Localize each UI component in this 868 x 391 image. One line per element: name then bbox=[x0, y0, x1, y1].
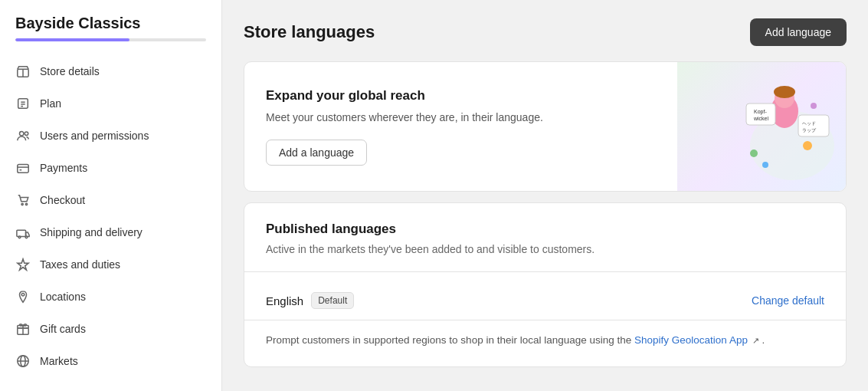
default-badge: Default bbox=[311, 292, 354, 309]
expand-card-title: Expand your global reach bbox=[266, 88, 656, 104]
svg-point-33 bbox=[750, 150, 758, 157]
geolocation-suffix: . bbox=[762, 334, 765, 346]
markets-icon bbox=[15, 353, 31, 369]
sidebar-item-gift-cards[interactable]: Gift cards bbox=[0, 313, 221, 345]
svg-point-34 bbox=[811, 103, 817, 109]
svg-text:ラップ: ラップ bbox=[802, 127, 817, 133]
plan-icon bbox=[15, 96, 31, 111]
sidebar-item-taxes-and-duties[interactable]: Taxes and duties bbox=[0, 248, 221, 281]
svg-point-17 bbox=[21, 294, 25, 297]
sidebar-item-users-and-permissions[interactable]: Users and permissions bbox=[0, 120, 221, 152]
store-icon bbox=[15, 64, 31, 79]
sidebar-item-store-details[interactable]: Store details bbox=[0, 55, 221, 87]
svg-point-36 bbox=[762, 162, 768, 168]
published-languages-description: Active in the markets they've been added… bbox=[266, 242, 824, 258]
external-link-icon: ↗ bbox=[752, 336, 759, 345]
sidebar-item-label: Users and permissions bbox=[40, 130, 149, 142]
svg-point-26 bbox=[774, 86, 795, 98]
svg-point-7 bbox=[25, 132, 28, 136]
card-divider bbox=[244, 271, 846, 272]
sidebar-item-label: Store details bbox=[40, 65, 100, 77]
svg-point-14 bbox=[18, 236, 21, 238]
main-content: Store languages Add language Expand your… bbox=[222, 0, 868, 391]
svg-rect-27 bbox=[746, 104, 775, 125]
expand-card-illustration: Kopf- wickel ヘッド ラップ bbox=[677, 62, 846, 191]
geolocation-row: Prompt customers in supported regions to… bbox=[266, 333, 824, 348]
sidebar-item-payments[interactable]: Payments bbox=[0, 152, 221, 184]
sidebar-item-shipping-and-delivery[interactable]: Shipping and delivery bbox=[0, 216, 221, 248]
payments-icon bbox=[15, 160, 31, 176]
sidebar-item-label: Locations bbox=[40, 291, 86, 303]
sidebar-header: Bayside Classics bbox=[0, 0, 221, 49]
card-divider-2 bbox=[244, 320, 846, 320]
svg-point-11 bbox=[21, 203, 23, 205]
svg-point-12 bbox=[25, 203, 27, 205]
shipping-icon bbox=[15, 225, 31, 240]
expand-card-description: Meet your customers wherever they are, i… bbox=[266, 110, 656, 126]
language-name: English bbox=[266, 294, 303, 307]
add-language-button[interactable]: Add language bbox=[750, 18, 847, 46]
published-languages-title: Published languages bbox=[266, 222, 824, 237]
sidebar-item-label: Gift cards bbox=[40, 323, 86, 335]
sidebar-progress-bar bbox=[15, 38, 206, 41]
sidebar-item-label: Taxes and duties bbox=[40, 258, 120, 271]
geolocation-text: Prompt customers in supported regions to… bbox=[266, 334, 631, 346]
main-header: Store languages Add language bbox=[244, 18, 847, 46]
sidebar-item-label: Shipping and delivery bbox=[40, 226, 142, 238]
sidebar-nav: Store details Plan Users and permissions… bbox=[0, 49, 221, 383]
svg-rect-2 bbox=[18, 99, 28, 109]
taxes-icon bbox=[15, 257, 31, 272]
users-icon bbox=[15, 128, 31, 143]
svg-marker-16 bbox=[18, 259, 28, 270]
sidebar-item-label: Markets bbox=[40, 355, 78, 367]
store-name: Bayside Classics bbox=[15, 14, 206, 32]
sidebar-item-label: Payments bbox=[40, 162, 87, 174]
shopify-geolocation-link[interactable]: Shopify Geolocation App bbox=[634, 334, 748, 346]
sidebar-item-label: Checkout bbox=[40, 194, 85, 206]
svg-point-6 bbox=[20, 132, 24, 136]
page-title: Store languages bbox=[244, 22, 375, 42]
expand-card-content: Expand your global reach Meet your custo… bbox=[244, 62, 677, 191]
sidebar-item-plan[interactable]: Plan bbox=[0, 87, 221, 120]
published-languages-card: Published languages Active in the market… bbox=[244, 202, 847, 367]
locations-icon bbox=[15, 289, 31, 304]
expand-reach-card: Expand your global reach Meet your custo… bbox=[244, 61, 847, 192]
language-row-left: English Default bbox=[266, 292, 354, 309]
svg-rect-13 bbox=[17, 230, 26, 236]
add-a-language-button[interactable]: Add a language bbox=[266, 140, 367, 166]
svg-text:Kopf-: Kopf- bbox=[754, 109, 767, 115]
svg-text:wickel: wickel bbox=[753, 116, 769, 121]
svg-point-35 bbox=[803, 141, 812, 150]
checkout-icon bbox=[15, 192, 31, 208]
change-default-link[interactable]: Change default bbox=[752, 294, 824, 307]
sidebar-item-markets[interactable]: Markets bbox=[0, 345, 221, 377]
svg-rect-30 bbox=[798, 115, 829, 136]
svg-text:ヘッド: ヘッド bbox=[802, 121, 816, 126]
svg-point-15 bbox=[25, 236, 28, 238]
language-row: English Default Change default bbox=[266, 284, 824, 317]
svg-rect-8 bbox=[18, 165, 28, 173]
sidebar-progress-fill bbox=[15, 38, 129, 41]
sidebar-item-checkout[interactable]: Checkout bbox=[0, 184, 221, 216]
gift-icon bbox=[15, 321, 31, 337]
sidebar-item-label: Plan bbox=[40, 97, 61, 110]
sidebar-item-locations[interactable]: Locations bbox=[0, 281, 221, 313]
sidebar: Bayside Classics Store details Plan User… bbox=[0, 0, 222, 391]
